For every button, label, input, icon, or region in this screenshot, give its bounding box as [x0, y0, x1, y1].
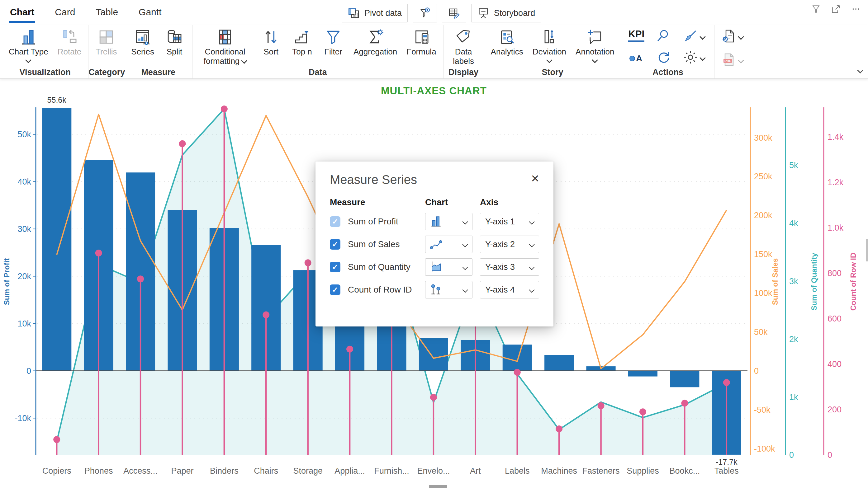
- chart-type-select[interactable]: [425, 236, 472, 253]
- svg-text:2k: 2k: [789, 334, 798, 344]
- storyboard-button[interactable]: Storyboard: [471, 4, 541, 23]
- chart-type-select[interactable]: [425, 258, 472, 276]
- close-icon[interactable]: ×: [531, 173, 539, 184]
- measure-checkbox-count-of-row-id[interactable]: ✓: [330, 285, 340, 295]
- category-label: Phones: [84, 466, 113, 476]
- rowid-lollipop[interactable]: [681, 400, 688, 407]
- svg-text:100k: 100k: [754, 289, 772, 298]
- series-button[interactable]: Series: [131, 27, 154, 57]
- svg-text:1.0k: 1.0k: [828, 223, 844, 232]
- group-label: Visualization: [2, 68, 88, 77]
- split-button[interactable]: Split: [163, 27, 185, 57]
- formula-button[interactable]: Formula: [406, 27, 436, 57]
- measure-checkbox-sum-of-sales[interactable]: ✓: [330, 239, 340, 250]
- profit-bar[interactable]: [42, 108, 71, 371]
- conditional-formatting-button[interactable]: Conditional formatting: [199, 27, 251, 66]
- tab-gantt[interactable]: Gantt: [138, 0, 162, 23]
- group-label: Story: [484, 68, 621, 77]
- chevron-down-icon: [738, 34, 744, 40]
- rotate-button[interactable]: Rotate: [58, 27, 82, 57]
- highlight-button[interactable]: A: [628, 50, 652, 66]
- sort-label: Sort: [264, 47, 278, 57]
- aggregation-button[interactable]: Aggregation: [353, 27, 397, 57]
- axis-select[interactable]: Y-axis 4: [480, 281, 539, 298]
- rowid-lollipop[interactable]: [53, 436, 60, 443]
- split-label: Split: [166, 47, 183, 57]
- chart-type-button[interactable]: Chart Type: [9, 27, 48, 63]
- measure-checkbox-sum-of-quantity[interactable]: ✓: [330, 262, 340, 272]
- axis-select[interactable]: Y-axis 2: [480, 236, 539, 253]
- tab-chart[interactable]: Chart: [9, 0, 35, 23]
- tab-table[interactable]: Table: [95, 0, 119, 23]
- svg-text:250k: 250k: [754, 172, 772, 181]
- group-label: Data: [192, 68, 443, 77]
- split-icon: [166, 27, 183, 47]
- measure-label: Count of Row ID: [348, 285, 425, 295]
- rowid-lollipop[interactable]: [262, 312, 270, 318]
- rowid-lollipop[interactable]: [598, 402, 604, 409]
- filter-tool-button[interactable]: [413, 4, 437, 23]
- top-n-icon: [293, 27, 311, 47]
- rowid-lollipop[interactable]: [179, 140, 186, 147]
- kpi-button[interactable]: KPI: [628, 29, 652, 42]
- format-painter-button[interactable]: [683, 29, 707, 45]
- dialog-title: Measure Series: [330, 173, 417, 187]
- ribbon-collapse-button[interactable]: [858, 68, 862, 75]
- profit-bar[interactable]: [545, 355, 574, 371]
- filter-button[interactable]: Filter: [322, 27, 344, 57]
- rowid-lollipop[interactable]: [305, 259, 311, 266]
- expand-icon[interactable]: [831, 4, 841, 14]
- svg-text:3k: 3k: [789, 277, 798, 286]
- pivot-data-button[interactable]: Pivot data: [342, 4, 408, 23]
- data-labels-button[interactable]: Data labels: [451, 27, 477, 66]
- page-settings-button[interactable]: [721, 29, 751, 45]
- analytics-button[interactable]: Analytics: [491, 27, 523, 57]
- funnel-small-icon[interactable]: [811, 4, 821, 14]
- refresh-button[interactable]: [656, 50, 680, 66]
- annotation-button[interactable]: Annotation: [576, 27, 614, 63]
- zoom-search-button[interactable]: [656, 29, 680, 45]
- chart-title: MULTI-AXES CHART: [381, 85, 487, 96]
- axis-select[interactable]: Y-axis 1: [480, 213, 539, 230]
- measure-checkbox-sum-of-profit[interactable]: ✓: [330, 216, 340, 227]
- top-n-button[interactable]: Top n: [291, 27, 313, 57]
- rowid-lollipop[interactable]: [95, 250, 102, 256]
- trellis-button[interactable]: Trellis: [95, 27, 117, 57]
- window-controls: [811, 4, 861, 14]
- profit-bar[interactable]: [670, 371, 699, 388]
- rotate-label: Rotate: [58, 47, 82, 57]
- measure-label: Sum of Profit: [348, 217, 425, 227]
- vertical-scrollbar-thumb[interactable]: [866, 239, 868, 261]
- export-pdf-button[interactable]: PDF: [721, 52, 751, 68]
- profit-bar[interactable]: [503, 345, 532, 371]
- settings-button[interactable]: [683, 50, 707, 66]
- rowid-lollipop[interactable]: [640, 408, 646, 415]
- profit-bar[interactable]: [628, 371, 657, 377]
- axis-title: Sum of Sales: [771, 258, 779, 305]
- sort-button[interactable]: Sort: [260, 27, 282, 57]
- rowid-lollipop[interactable]: [514, 369, 521, 376]
- rowid-lollipop[interactable]: [723, 379, 730, 386]
- more-icon[interactable]: [850, 4, 861, 14]
- measure-series-dialog: Measure Series × Measure Chart Axis ✓Sum…: [315, 162, 553, 326]
- chevron-down-icon: [241, 58, 247, 64]
- rowid-lollipop[interactable]: [137, 275, 144, 282]
- svg-text:0: 0: [754, 366, 759, 376]
- axis-select[interactable]: Y-axis 3: [480, 258, 539, 276]
- rowid-lollipop[interactable]: [346, 346, 353, 353]
- svg-text:-50k: -50k: [754, 405, 771, 415]
- tab-card[interactable]: Card: [54, 0, 76, 23]
- rowid-lollipop[interactable]: [221, 105, 228, 112]
- chart-type-select[interactable]: [425, 213, 472, 230]
- chart-type-select[interactable]: [425, 281, 472, 298]
- axis-select-value: Y-axis 4: [485, 285, 515, 295]
- aggregation-label: Aggregation: [353, 47, 397, 57]
- edit-table-button[interactable]: [442, 4, 466, 23]
- deviation-button[interactable]: Deviation: [533, 27, 566, 63]
- kpi-icon: KPI: [628, 29, 644, 42]
- rowid-lollipop[interactable]: [430, 394, 437, 401]
- data-label: -17.7k: [716, 457, 738, 466]
- chevron-down-icon: [462, 241, 468, 247]
- horizontal-scrollbar-thumb[interactable]: [429, 485, 447, 488]
- rowid-lollipop[interactable]: [556, 425, 562, 432]
